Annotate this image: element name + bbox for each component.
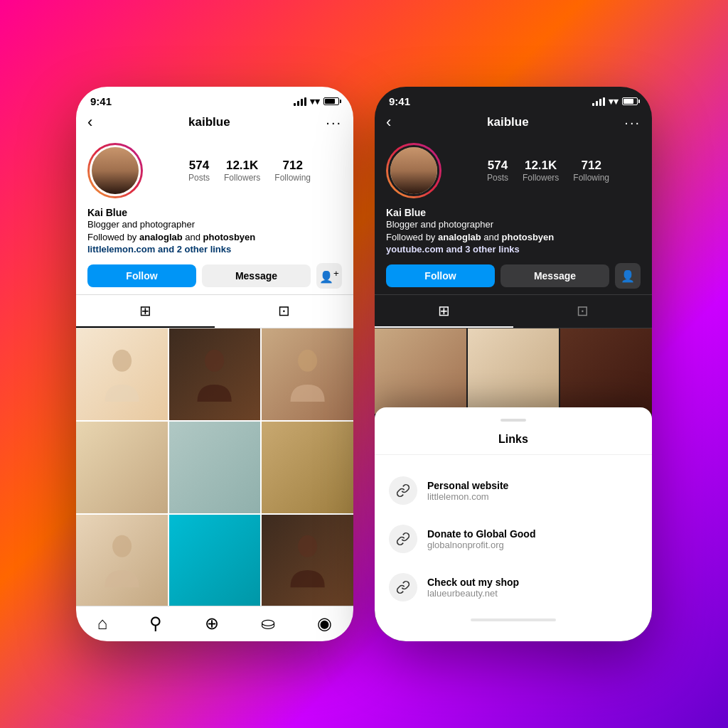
link-text-3: Check out my shop lalueurbeauty.net xyxy=(427,577,519,599)
back-button-light[interactable]: ‹ xyxy=(87,113,92,132)
dark-grid-cell-2 xyxy=(468,328,560,414)
phone-light-screen: 9:41 ▾▾ ‹ kaiblue xyxy=(76,87,353,641)
following-label-light: Following xyxy=(274,173,311,183)
grid-icon-dark: ⊞ xyxy=(438,302,450,319)
link-text-1: Personal website littlelemon.com xyxy=(427,480,508,502)
shop-nav-light[interactable]: ⛀ xyxy=(261,614,275,633)
phone-dark-screen: 9:41 ▾▾ ‹ kaiblue xyxy=(375,87,652,641)
posts-stat-dark: 574 Posts xyxy=(487,159,508,183)
signal-bar-d1 xyxy=(592,103,594,106)
avatar-light xyxy=(87,143,143,198)
grid-cell-6[interactable] xyxy=(262,422,353,513)
following-num-light: 712 xyxy=(274,159,311,173)
followers-label-light: Followers xyxy=(224,173,260,183)
grid-cell-3[interactable] xyxy=(262,328,353,420)
time-light: 9:41 xyxy=(90,95,112,107)
grid-tab-dark[interactable]: ⊞ xyxy=(375,295,513,328)
avatar-inner-light xyxy=(90,145,141,196)
posts-stat-light: 574 Posts xyxy=(188,159,210,183)
grid-img-1 xyxy=(95,347,149,402)
link-title-2: Donate to Global Good xyxy=(427,528,535,540)
following-num-dark: 712 xyxy=(573,159,609,173)
status-bar-light: 9:41 ▾▾ xyxy=(76,87,353,110)
tagged-tab-light[interactable]: ⊡ xyxy=(215,295,353,328)
svg-point-0 xyxy=(112,350,132,372)
search-nav-light[interactable]: ⚲ xyxy=(149,614,162,633)
wifi-icon-light: ▾▾ xyxy=(310,96,320,107)
grid-tab-light[interactable]: ⊞ xyxy=(76,295,215,328)
profile-tabs-light: ⊞ ⊡ xyxy=(76,294,353,328)
signal-icon-dark xyxy=(592,97,605,106)
posts-label-light: Posts xyxy=(188,173,210,183)
more-button-dark[interactable]: ··· xyxy=(624,114,641,131)
link-item-2[interactable]: Donate to Global Good globalnonprofit.or… xyxy=(375,515,652,563)
signal-bar-1 xyxy=(294,103,296,106)
grid-cell-7[interactable] xyxy=(76,515,168,606)
follow-button-dark[interactable]: Follow xyxy=(386,264,495,287)
bio-desc-dark: Blogger and photographer xyxy=(386,218,641,231)
link-text-dark: youtube.com xyxy=(386,244,444,255)
home-nav-light[interactable]: ⌂ xyxy=(97,614,108,633)
grid-cell-4[interactable] xyxy=(76,422,168,513)
avatar-inner-dark xyxy=(388,145,439,196)
more-button-light[interactable]: ··· xyxy=(326,114,342,131)
grid-cell-9[interactable] xyxy=(262,515,353,606)
link-url-2: globalnonprofit.org xyxy=(427,540,535,550)
followers-stat-light: 12.1K Followers xyxy=(224,159,260,183)
bio-link-dark[interactable]: youtube.com and 3 other links xyxy=(386,244,641,255)
add-person-button-dark[interactable]: 👤 xyxy=(615,263,641,289)
link-icon-3 xyxy=(389,573,417,601)
add-person-button-light[interactable]: 👤+ xyxy=(316,263,342,289)
message-button-dark[interactable]: Message xyxy=(500,264,609,287)
svg-point-4 xyxy=(298,535,317,557)
bio-link-light[interactable]: littlelemon.com and 2 other links xyxy=(87,244,342,255)
svg-point-2 xyxy=(298,350,317,372)
reels-nav-light[interactable]: ⊕ xyxy=(205,614,219,633)
status-icons-light: ▾▾ xyxy=(294,96,339,107)
bio-section-light: Kai Blue Blogger and photographer Follow… xyxy=(76,204,353,260)
svg-point-3 xyxy=(112,535,132,557)
battery-icon-dark xyxy=(622,97,638,105)
link-text-2: Donate to Global Good globalnonprofit.or… xyxy=(427,528,535,550)
username-dark: kaiblue xyxy=(487,115,529,129)
follow-button-light[interactable]: Follow xyxy=(87,264,196,287)
back-button-dark[interactable]: ‹ xyxy=(386,113,391,132)
posts-label-dark: Posts xyxy=(487,173,508,183)
battery-icon-light xyxy=(323,97,339,105)
dark-grid-cell-3 xyxy=(560,328,652,414)
avatar-dark xyxy=(386,143,441,198)
link-item-1[interactable]: Personal website littlelemon.com xyxy=(375,466,652,515)
signal-bar-d3 xyxy=(599,99,601,106)
link-more-light: and 2 other links xyxy=(155,244,231,255)
link-item-3[interactable]: Check out my shop lalueurbeauty.net xyxy=(375,563,652,611)
profile-nav-light[interactable]: ◉ xyxy=(317,614,332,633)
profile-info-dark: 574 Posts 12.1K Followers 712 Following xyxy=(375,137,652,204)
link-title-1: Personal website xyxy=(427,480,508,491)
grid-cell-5[interactable] xyxy=(169,422,261,513)
sheet-title: Links xyxy=(375,433,652,455)
dark-grid-cell-1 xyxy=(375,328,466,414)
grid-cell-8[interactable] xyxy=(169,515,261,606)
link-icon-1 xyxy=(389,476,417,505)
tagged-tab-dark[interactable]: ⊡ xyxy=(513,295,652,328)
profile-header-dark: ‹ kaiblue ··· xyxy=(375,110,652,137)
message-button-light[interactable]: Message xyxy=(202,264,311,287)
followed-user1-dark: analoglab xyxy=(438,232,481,242)
grid-img-3 xyxy=(280,347,335,402)
chain-icon-1 xyxy=(396,483,410,498)
wifi-icon-dark: ▾▾ xyxy=(609,96,619,107)
link-title-3: Check out my shop xyxy=(427,577,519,588)
bio-followed-dark: Followed by analoglab and photosbyen xyxy=(386,231,641,244)
avatar-face-dark xyxy=(390,147,437,194)
status-bar-dark: 9:41 ▾▾ xyxy=(375,87,652,110)
followed-user2-dark: photosbyen xyxy=(502,232,555,242)
bio-name-dark: Kai Blue xyxy=(386,207,641,218)
link-url-3: lalueurbeauty.net xyxy=(427,588,519,599)
followers-label-dark: Followers xyxy=(523,173,559,183)
battery-fill-light xyxy=(325,99,335,104)
grid-cell-1[interactable] xyxy=(76,328,168,420)
chain-icon-2 xyxy=(396,532,410,546)
photo-grid-dark xyxy=(375,328,652,414)
grid-cell-2[interactable] xyxy=(169,328,261,420)
followed-user2-light: photosbyen xyxy=(203,232,256,242)
